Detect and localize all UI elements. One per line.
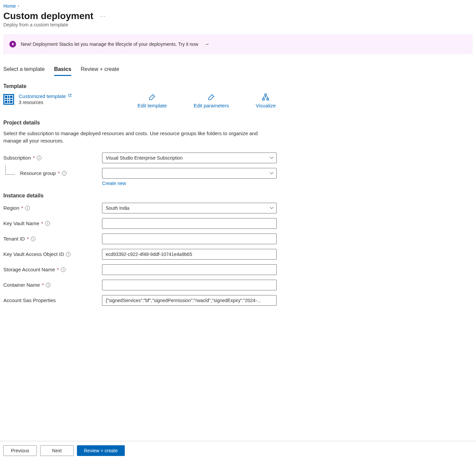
- template-section-heading: Template: [3, 83, 473, 89]
- edit-parameters-button[interactable]: Edit parameters: [194, 93, 229, 108]
- more-actions-button[interactable]: ···: [98, 13, 108, 19]
- info-icon[interactable]: i: [45, 221, 50, 226]
- tenant-id-label: Tenant ID* i: [3, 236, 102, 242]
- subscription-dropdown[interactable]: Visual Studio Enterprise Subscription: [102, 153, 277, 163]
- kv-access-object-id-label: Key Vault Access Object ID i: [3, 251, 102, 257]
- resource-group-label: Resource group* i: [3, 170, 102, 176]
- project-details-description: Select the subscription to manage deploy…: [3, 130, 261, 145]
- template-resource-count: 3 resources: [19, 100, 72, 105]
- resource-group-dropdown[interactable]: [102, 168, 277, 179]
- page-title: Custom deployment: [3, 11, 93, 21]
- instance-details-heading: Instance details: [3, 193, 473, 199]
- pencil-icon: [208, 93, 215, 101]
- rocket-icon: [9, 41, 16, 48]
- page-subtitle: Deploy from a custom template: [3, 22, 473, 27]
- storage-account-name-input[interactable]: [102, 264, 277, 275]
- info-icon[interactable]: i: [46, 283, 51, 287]
- breadcrumb-home-link[interactable]: Home: [3, 3, 16, 9]
- info-icon[interactable]: i: [31, 237, 35, 241]
- svg-rect-1: [263, 99, 265, 100]
- svg-rect-0: [265, 94, 267, 96]
- info-icon[interactable]: i: [62, 171, 67, 176]
- key-vault-name-input[interactable]: [102, 218, 277, 229]
- chevron-down-icon: [270, 206, 274, 210]
- container-name-label: Container Name* i: [3, 282, 102, 288]
- visualize-button[interactable]: Visualize: [256, 93, 276, 108]
- tab-review-create[interactable]: Review + create: [81, 66, 119, 76]
- storage-account-name-label: Storage Account Name* i: [3, 267, 102, 272]
- info-icon[interactable]: i: [25, 206, 30, 210]
- tab-basics[interactable]: Basics: [54, 66, 72, 76]
- key-vault-name-label: Key Vault Name* i: [3, 220, 102, 226]
- svg-rect-2: [267, 99, 269, 100]
- chevron-right-icon: ›: [18, 4, 19, 8]
- info-icon[interactable]: i: [66, 252, 71, 257]
- hierarchy-icon: [262, 93, 269, 101]
- breadcrumb: Home ›: [3, 3, 473, 9]
- info-icon[interactable]: i: [37, 156, 41, 160]
- kv-access-object-id-input[interactable]: [102, 249, 277, 260]
- external-link-icon: [68, 93, 72, 97]
- pencil-icon: [149, 93, 156, 101]
- chevron-down-icon: [270, 156, 274, 160]
- banner-text: New! Deployment Stacks let you manage th…: [21, 41, 198, 47]
- account-sas-properties-input[interactable]: [102, 295, 277, 306]
- info-icon[interactable]: i: [61, 267, 66, 272]
- project-details-heading: Project details: [3, 120, 473, 126]
- info-banner[interactable]: New! Deployment Stacks let you manage th…: [3, 34, 473, 54]
- account-sas-properties-label: Account Sas Properties: [3, 297, 102, 303]
- container-name-input[interactable]: [102, 280, 277, 290]
- customized-template-link[interactable]: Customized template: [19, 93, 72, 99]
- region-label: Region* i: [3, 205, 102, 211]
- edit-template-button[interactable]: Edit template: [137, 93, 167, 108]
- tenant-id-input[interactable]: [102, 234, 277, 244]
- region-dropdown[interactable]: South India: [102, 203, 277, 213]
- arrow-right-icon: →: [204, 41, 210, 47]
- wizard-tabs: Select a template Basics Review + create: [3, 66, 473, 76]
- tab-select-template[interactable]: Select a template: [3, 66, 45, 76]
- subscription-label: Subscription* i: [3, 155, 102, 161]
- create-new-resource-group-link[interactable]: Create new: [102, 181, 126, 186]
- chevron-down-icon: [270, 171, 274, 175]
- template-grid-icon: [3, 94, 14, 105]
